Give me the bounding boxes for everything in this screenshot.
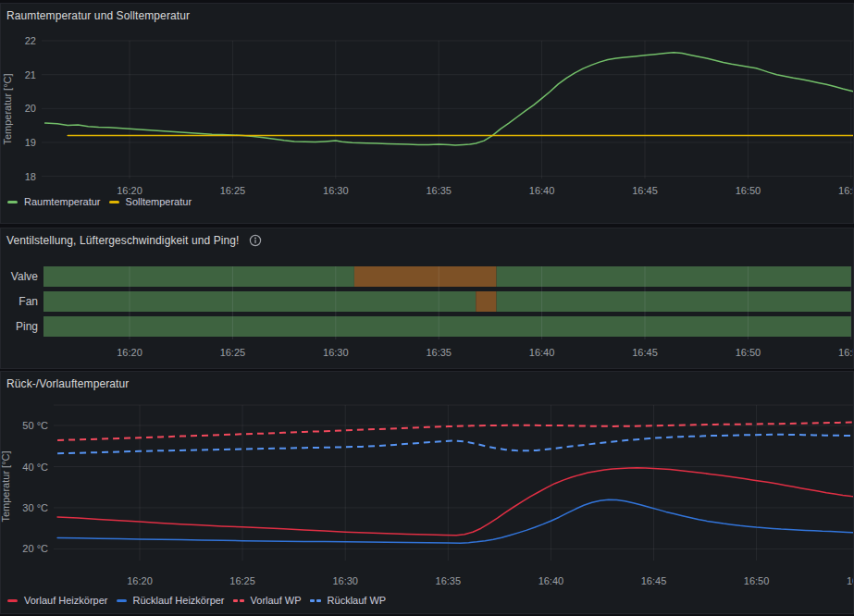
legend-item-r-cklauf-wp[interactable]: Rücklauf WP (310, 595, 387, 606)
x-tick-label: 16:25 (220, 185, 246, 196)
legend-label: Vorlauf Heizkörper (24, 595, 108, 606)
timeseries-chart-raumtemperatur[interactable]: 16:2016:2516:3016:3516:4016:4516:5016:55… (1, 4, 853, 223)
state-segment-fan-orange (476, 291, 496, 312)
x-tick-label: 16:30 (323, 185, 349, 196)
state-segment-valve-orange (354, 266, 497, 287)
x-tick-label: 16:35 (426, 185, 452, 196)
row-label: Fan (19, 295, 38, 308)
legend-swatch-icon (7, 599, 18, 602)
x-tick-label: 16:50 (736, 185, 761, 196)
state-segment-valve-green (497, 266, 851, 287)
panel-title[interactable]: Ventilstellung, Lüftergeschwindigkeit un… (6, 234, 240, 247)
y-tick-label: 19 (25, 137, 36, 148)
y-tick-label: 20 °C (22, 543, 48, 554)
legend-swatch-icon (109, 201, 119, 203)
legend-label: Raumtemperatur (24, 196, 101, 207)
series-line-r-cklauf-wp (57, 435, 853, 453)
panel-header[interactable]: Rück-/Vorlauftemperatur (1, 372, 129, 396)
x-tick-label: 16:30 (323, 347, 349, 358)
y-axis-label: Temperatur [°C] (2, 73, 13, 144)
x-tick-label: 16:25 (229, 575, 255, 586)
x-tick-label: 16:35 (436, 575, 462, 586)
series-line-raumtemperatur (45, 53, 853, 145)
legend-label: Solltemperatur (126, 196, 192, 207)
legend: RaumtemperaturSolltemperatur (7, 194, 192, 209)
panel-title[interactable]: Rück-/Vorlauftemperatur (6, 377, 129, 390)
legend-swatch-icon (117, 599, 127, 602)
panel-raumtemperatur: Raumtemperatur und Solltemperatur 16:201… (0, 3, 854, 224)
x-tick-label: 16:30 (332, 575, 358, 586)
legend-label: Rücklauf WP (328, 595, 387, 606)
y-tick-label: 18 (25, 171, 36, 182)
x-tick-label: 16:35 (426, 347, 452, 358)
x-tick-label: 16:55 (838, 347, 853, 358)
x-tick-label: 16:55 (838, 185, 853, 196)
row-label: Valve (11, 270, 38, 283)
x-tick-label: 16:25 (220, 347, 246, 358)
x-tick-label: 16:50 (736, 347, 761, 358)
legend-item-vorlauf-heizk-rper[interactable]: Vorlauf Heizkörper (7, 595, 108, 606)
x-tick-label: 16:45 (641, 575, 667, 586)
y-tick-label: 30 °C (22, 502, 48, 513)
state-segment-fan-green (43, 291, 476, 312)
panel-header[interactable]: Ventilstellung, Lüftergeschwindigkeit un… (1, 228, 262, 253)
legend-label: Vorlauf WP (251, 595, 302, 606)
panel-ventilstellung: Ventilstellung, Lüftergeschwindigkeit un… (0, 228, 854, 369)
legend: Vorlauf HeizkörperRücklauf HeizkörperVor… (7, 593, 386, 608)
y-tick-label: 40 °C (22, 462, 48, 473)
panel-title[interactable]: Raumtemperatur und Solltemperatur (6, 9, 190, 22)
info-icon[interactable] (249, 234, 262, 247)
row-label: Ping (16, 320, 38, 333)
legend-swatch-icon (233, 599, 244, 602)
y-tick-label: 21 (25, 69, 36, 80)
legend-item-solltemperatur[interactable]: Solltemperatur (109, 196, 192, 207)
x-tick-label: 16:45 (632, 347, 658, 358)
legend-label: Rücklauf Heizkörper (133, 595, 225, 606)
state-segment-valve-green (43, 266, 354, 287)
state-segment-ping-green (43, 316, 851, 337)
panel-header[interactable]: Raumtemperatur und Solltemperatur (1, 4, 190, 28)
x-tick-label: 16:20 (117, 347, 142, 358)
x-tick-label: 16:40 (529, 185, 555, 196)
legend-swatch-icon (7, 201, 18, 203)
x-tick-label: 16:50 (744, 575, 770, 586)
y-tick-label: 50 °C (22, 420, 48, 431)
timeseries-chart-vorlauf[interactable]: 16:2016:2516:3016:3516:4016:4516:5016:55… (1, 372, 853, 613)
y-axis-label: Temperatur [°C] (1, 450, 11, 522)
x-tick-label: 16:20 (127, 575, 153, 586)
x-tick-label: 16:55 (847, 575, 853, 586)
legend-item-r-cklauf-heizk-rper[interactable]: Rücklauf Heizkörper (117, 595, 225, 606)
x-tick-label: 16:40 (538, 575, 564, 586)
legend-item-vorlauf-wp[interactable]: Vorlauf WP (233, 595, 302, 606)
series-line-vorlauf-wp (57, 422, 853, 440)
grafana-dashboard: Raumtemperatur und Solltemperatur 16:201… (0, 0, 854, 616)
x-tick-label: 16:40 (529, 347, 555, 358)
panel-vorlauftemperatur: Rück-/Vorlauftemperatur 16:2016:2516:301… (0, 371, 854, 614)
y-tick-label: 22 (25, 35, 36, 46)
legend-item-raumtemperatur[interactable]: Raumtemperatur (7, 196, 101, 207)
y-tick-label: 20 (25, 103, 36, 114)
legend-swatch-icon (310, 599, 321, 602)
series-line-r-cklauf-heizk-rper (57, 499, 853, 543)
state-segment-fan-green (497, 291, 851, 312)
x-tick-label: 16:45 (632, 185, 658, 196)
